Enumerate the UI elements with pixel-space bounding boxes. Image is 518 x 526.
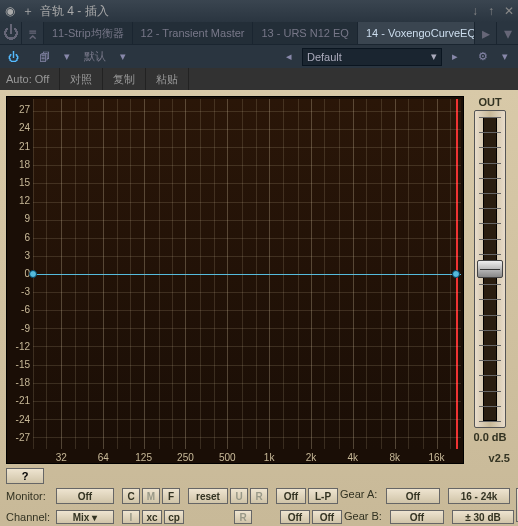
y-tick: 9 — [24, 213, 30, 224]
x-tick: 4k — [348, 452, 359, 463]
channel-mix-button[interactable]: Mix ▾ — [56, 510, 114, 524]
y-tick: 21 — [19, 140, 30, 151]
window-title: 音轨 4 - 插入 — [40, 3, 472, 20]
paste-button[interactable]: 粘贴 — [146, 68, 189, 90]
automation-bar: Auto: Off 对照 复制 粘贴 — [0, 68, 518, 90]
y-tick: -12 — [16, 340, 30, 351]
help-button[interactable]: ? — [6, 468, 44, 484]
minimize-icon[interactable]: ↓ — [472, 4, 478, 18]
x-tick: 16k — [428, 452, 444, 463]
gear-b-label: Gear B: — [344, 510, 388, 524]
routing-icon[interactable]: ⌆ — [22, 22, 44, 44]
y-tick: -24 — [16, 413, 30, 424]
y-tick: 24 — [19, 122, 30, 133]
r2-button[interactable]: R — [234, 510, 252, 524]
version-label: v2.5 — [489, 452, 510, 464]
output-value: 0.0 dB — [468, 431, 512, 443]
x-tick: 8k — [389, 452, 400, 463]
y-tick: 12 — [19, 195, 30, 206]
x-tick: 250 — [177, 452, 194, 463]
y-tick: -3 — [21, 286, 30, 297]
off3-button[interactable]: Off — [280, 510, 310, 524]
y-tick: -6 — [21, 304, 30, 315]
preset-nav-prev-icon[interactable]: ◂ — [280, 48, 298, 66]
gear-b-button[interactable]: Off — [390, 510, 444, 524]
y-tick: 18 — [19, 158, 30, 169]
chevron-down-icon: ▾ — [431, 50, 437, 63]
xc-button[interactable]: xc — [142, 510, 162, 524]
plugin-tab[interactable]: 14 - VoxengoCurveEQ — [358, 22, 474, 44]
i-button[interactable]: I — [122, 510, 140, 524]
auto-toggle[interactable]: Auto: Off — [0, 68, 60, 90]
gear-icon[interactable]: ⚙ — [474, 48, 492, 66]
eq-node[interactable] — [452, 270, 460, 278]
y-tick: 6 — [24, 231, 30, 242]
close-icon[interactable]: ✕ — [504, 4, 514, 18]
plugin-tab[interactable]: 13 - URS N12 EQ — [253, 22, 357, 44]
db-range-button[interactable]: ± 30 dB — [452, 510, 514, 524]
preset-name: Default — [307, 51, 342, 63]
maximize-icon[interactable]: ↑ — [488, 4, 494, 18]
bypass-button[interactable]: ⏻ — [4, 48, 23, 66]
x-tick: 125 — [135, 452, 152, 463]
eq-graph[interactable]: 2724211815129630-3-6-9-12-15-18-21-24-27… — [6, 96, 464, 464]
pin-icon[interactable]: ◉ — [4, 5, 16, 17]
y-tick: -21 — [16, 395, 30, 406]
plugin-body: 2724211815129630-3-6-9-12-15-18-21-24-27… — [0, 90, 518, 526]
out-label: OUT — [468, 96, 512, 108]
window-titlebar: ◉ ＋ 音轨 4 - 插入 ↓ ↑ ✕ — [0, 0, 518, 22]
eq-node[interactable] — [29, 270, 37, 278]
preset-dropdown-icon[interactable]: ▾ — [58, 48, 76, 66]
gear-dropdown-icon[interactable]: ▾ — [496, 48, 514, 66]
channel-label: Channel: — [6, 510, 54, 524]
preset-prev-icon[interactable]: 🗐 — [35, 48, 54, 66]
default-label: 默认 — [80, 48, 110, 66]
y-tick: 3 — [24, 249, 30, 260]
x-tick: 64 — [98, 452, 109, 463]
add-icon[interactable]: ＋ — [22, 5, 34, 17]
plugin-tabbar: ⏻ ⌆ 11-Strip均衡器12 - Transient Master13 -… — [0, 22, 518, 44]
y-tick: -18 — [16, 377, 30, 388]
compare-button[interactable]: 对照 — [60, 68, 103, 90]
zero-line — [33, 274, 461, 275]
bottom-controls: ? Monitor: Off C M F reset U R Off L-P G… — [6, 468, 512, 522]
preset-select[interactable]: Default ▾ — [302, 48, 442, 66]
y-tick: -15 — [16, 359, 30, 370]
copy-button[interactable]: 复制 — [103, 68, 146, 90]
x-tick: 1k — [264, 452, 275, 463]
output-section: OUT 0.0 dB v2.5 — [468, 96, 512, 464]
output-slider[interactable] — [474, 110, 506, 428]
off4-button[interactable]: Off — [312, 510, 342, 524]
tab-scroll-right-icon[interactable]: ▸ — [474, 22, 496, 44]
y-tick: 27 — [19, 104, 30, 115]
y-tick: -27 — [16, 431, 30, 442]
cp-button[interactable]: cp — [164, 510, 184, 524]
preset-nav-next-icon[interactable]: ▸ — [446, 48, 464, 66]
plugin-tab[interactable]: 12 - Transient Master — [133, 22, 254, 44]
plugin-toolbar: ⏻ 🗐 ▾ 默认 ▾ ◂ Default ▾ ▸ ⚙ ▾ — [0, 44, 518, 68]
x-tick: 32 — [56, 452, 67, 463]
y-tick: 15 — [19, 176, 30, 187]
plugin-tab[interactable]: 11-Strip均衡器 — [44, 22, 133, 44]
tab-menu-icon[interactable]: ▾ — [496, 22, 518, 44]
x-tick: 500 — [219, 452, 236, 463]
x-tick: 2k — [306, 452, 317, 463]
y-tick: -9 — [21, 322, 30, 333]
power-icon[interactable]: ⏻ — [0, 22, 22, 44]
output-slider-thumb[interactable] — [477, 260, 503, 278]
default-dropdown-icon[interactable]: ▾ — [114, 48, 132, 66]
